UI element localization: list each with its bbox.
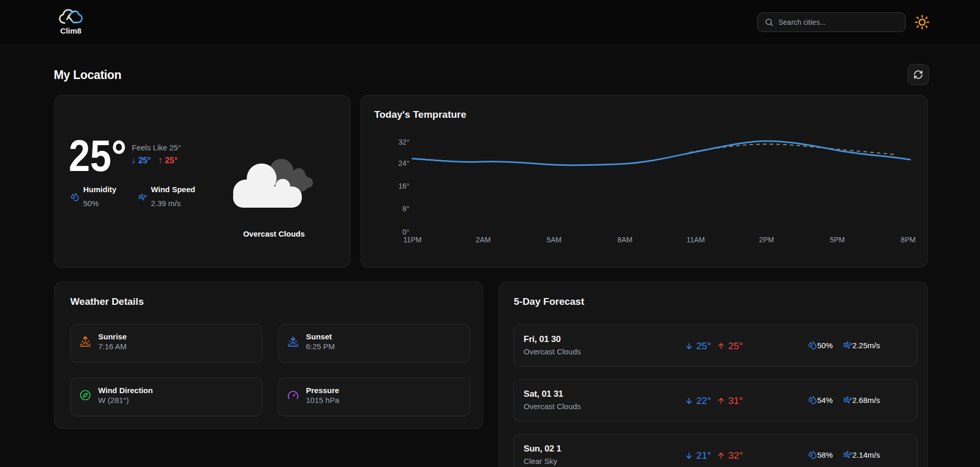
- svg-text:5AM: 5AM: [547, 236, 562, 244]
- svg-text:8PM: 8PM: [901, 236, 916, 244]
- svg-text:24°: 24°: [399, 159, 409, 167]
- svg-text:11AM: 11AM: [686, 236, 705, 244]
- svg-text:16°: 16°: [399, 182, 409, 190]
- svg-text:32°: 32°: [399, 138, 409, 146]
- svg-text:0°: 0°: [403, 228, 409, 236]
- svg-text:11PM: 11PM: [403, 236, 422, 244]
- svg-text:2PM: 2PM: [759, 236, 774, 244]
- svg-text:8°: 8°: [403, 205, 409, 213]
- svg-text:8AM: 8AM: [618, 236, 633, 244]
- svg-text:5PM: 5PM: [830, 236, 845, 244]
- svg-text:2AM: 2AM: [476, 236, 491, 244]
